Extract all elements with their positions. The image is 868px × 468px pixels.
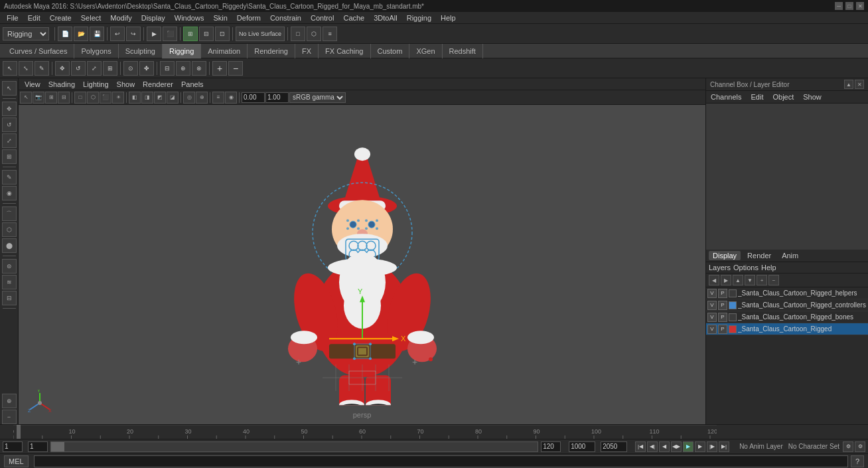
mesh-btn[interactable]: ⬡ xyxy=(2,222,17,237)
select-mode-btn[interactable]: ↖ xyxy=(2,81,17,96)
layer-visibility-btn[interactable]: V xyxy=(707,289,717,298)
play-fwd-btn[interactable]: ▶ xyxy=(683,441,693,452)
shelf-tab-fx[interactable]: FX xyxy=(295,44,319,58)
vp-select-btn[interactable]: ↖ xyxy=(20,92,32,104)
vp-shade2-btn[interactable]: ◨ xyxy=(141,92,153,104)
layer-visibility-btn[interactable]: V xyxy=(707,301,717,310)
vp-skel-btn[interactable]: ⊕ xyxy=(196,92,208,104)
play-back-btn[interactable]: ◀▶ xyxy=(671,441,682,452)
cb-tab-channels[interactable]: Channels xyxy=(709,92,743,102)
snap-toGrid-button[interactable]: ⊟ xyxy=(160,61,175,76)
layer-visibility-btn[interactable]: V xyxy=(707,325,717,334)
layer-playback-btn[interactable]: P xyxy=(718,289,727,298)
shelf-tab-sculpting[interactable]: Sculpting xyxy=(119,44,163,58)
menu-help[interactable]: Help xyxy=(437,13,460,23)
vp-resolution-btn[interactable]: ⊞ xyxy=(45,92,57,104)
go-end-btn[interactable]: ▶| xyxy=(719,441,729,452)
anim-layer-options-btn[interactable]: ⚙ xyxy=(843,441,853,452)
shelf-tab-animation[interactable]: Animation xyxy=(201,44,248,58)
layer-tab-anim[interactable]: Anim xyxy=(778,251,802,260)
menu-cache[interactable]: Cache xyxy=(339,13,368,23)
menu-rigging[interactable]: Rigging xyxy=(403,13,435,23)
cb-tab-object[interactable]: Object xyxy=(770,92,796,102)
vp-light-btn[interactable]: ☀ xyxy=(112,92,124,104)
vp-shade3-btn[interactable]: ◩ xyxy=(154,92,166,104)
shelf-tab-rendering[interactable]: Rendering xyxy=(248,44,295,58)
vp-menu-view[interactable]: View xyxy=(21,80,44,89)
lattice-btn[interactable]: ⊟ xyxy=(2,291,17,305)
menu-deform[interactable]: Deform xyxy=(233,13,265,23)
render-layer-button[interactable]: ⬡ xyxy=(307,27,321,41)
rotate-btn[interactable]: ↺ xyxy=(2,117,17,132)
cb-tab-edit[interactable]: Edit xyxy=(749,92,765,102)
layer-playback-btn[interactable]: P xyxy=(718,301,727,310)
panel-float-btn[interactable]: ▲ xyxy=(844,80,853,89)
save-scene-button[interactable]: 💾 xyxy=(90,27,104,41)
menu-skin[interactable]: Skin xyxy=(209,13,231,23)
layer-opt-help[interactable]: Help xyxy=(761,264,776,272)
new-scene-button[interactable]: 📄 xyxy=(58,27,72,41)
menu-file[interactable]: File xyxy=(3,13,23,23)
layer-playback-btn[interactable]: P xyxy=(718,325,727,334)
layer-add-btn[interactable]: + xyxy=(757,275,767,285)
status-help-icon[interactable]: ? xyxy=(851,455,864,467)
extra-btn[interactable]: − xyxy=(2,410,17,424)
move-btn[interactable]: ✥ xyxy=(2,102,17,116)
snap-toPoint-button[interactable]: ⊕ xyxy=(176,61,190,76)
universal-tool-button[interactable]: ⊞ xyxy=(103,61,117,76)
playback-end-input[interactable] xyxy=(569,441,595,452)
vp-smooth-btn[interactable]: ⬡ xyxy=(87,92,99,104)
layer-remove-btn[interactable]: − xyxy=(768,275,779,285)
menu-control[interactable]: Control xyxy=(307,13,338,23)
menu-select[interactable]: Select xyxy=(77,13,106,23)
vp-camera-btn[interactable]: 📷 xyxy=(33,92,44,104)
animation-layer-button[interactable]: ≡ xyxy=(323,27,337,41)
rotate-tool-button[interactable]: ↺ xyxy=(71,61,86,76)
vp-gamma-max-input[interactable] xyxy=(265,92,289,103)
command-input[interactable] xyxy=(34,455,848,467)
layer-row[interactable]: VP_Santa_Claus_Cartoon_Rigged_helpers xyxy=(706,287,868,299)
vp-menu-shading[interactable]: Shading xyxy=(45,80,78,89)
layer-btn[interactable]: ⊕ xyxy=(2,394,17,408)
joint-btn[interactable]: ⬤ xyxy=(2,238,17,253)
vp-colorspace-dropdown[interactable]: sRGB gamma xyxy=(289,92,346,103)
step-back-btn[interactable]: ◀| xyxy=(647,441,658,452)
scale-tool-button[interactable]: ⤢ xyxy=(87,61,102,76)
scale-btn[interactable]: ⤢ xyxy=(2,133,17,148)
layer-row[interactable]: VP_Santa_Claus_Cartoon_Rigged xyxy=(706,323,868,335)
shelf-tab-fxcaching[interactable]: FX Caching xyxy=(319,44,370,58)
layer-row[interactable]: VP_Santa_Claus_Cartoon_Rigged_bones xyxy=(706,311,868,323)
layer-opt-options[interactable]: Options xyxy=(733,264,759,272)
ipr-button[interactable]: ⬛ xyxy=(163,27,177,41)
move-tool-button[interactable]: ✥ xyxy=(55,61,70,76)
vp-show-all-btn[interactable]: ≡ xyxy=(212,92,224,104)
vp-menu-panels[interactable]: Panels xyxy=(178,80,207,89)
display-layer-button[interactable]: □ xyxy=(291,27,305,41)
layer-visibility-btn[interactable]: V xyxy=(707,313,717,322)
menu-modify[interactable]: Modify xyxy=(106,13,135,23)
close-button[interactable]: ✕ xyxy=(856,2,864,10)
vp-grid-btn[interactable]: ⊟ xyxy=(58,92,70,104)
soft-select-button[interactable]: ⊙ xyxy=(123,61,138,76)
end-frame-input[interactable] xyxy=(541,441,561,452)
vp-shade1-btn[interactable]: ◧ xyxy=(129,92,141,104)
maximize-button[interactable]: □ xyxy=(845,2,853,10)
wire-btn[interactable]: ≋ xyxy=(2,275,17,289)
layer-tab-display[interactable]: Display xyxy=(709,251,741,260)
layer-row[interactable]: VP_Santa_Claus_Cartoon_Rigged_controller… xyxy=(706,299,868,311)
paint-btn[interactable]: ✎ xyxy=(2,170,17,185)
redo-button[interactable]: ↪ xyxy=(126,27,141,41)
cb-tab-show[interactable]: Show xyxy=(801,92,824,102)
vp-shade4-btn[interactable]: ◪ xyxy=(167,92,179,104)
layer-prev-btn[interactable]: ◀ xyxy=(709,275,719,285)
step-fwd-btn[interactable]: |▶ xyxy=(707,441,717,452)
mode-dropdown[interactable]: Rigging Animation Modeling xyxy=(3,27,49,40)
shelf-tab-polygons[interactable]: Polygons xyxy=(74,44,118,58)
vp-isolate-btn[interactable]: ◉ xyxy=(225,92,237,104)
no-live-surface[interactable]: No Live Surface xyxy=(236,27,285,41)
select-tool-button[interactable]: ↖ xyxy=(3,61,17,76)
layer-opt-layers[interactable]: Layers xyxy=(709,264,731,272)
undo-button[interactable]: ↩ xyxy=(110,27,125,41)
character-set-options-btn[interactable]: ⚙ xyxy=(855,441,865,452)
curve-btn[interactable]: ⌒ xyxy=(2,206,17,221)
